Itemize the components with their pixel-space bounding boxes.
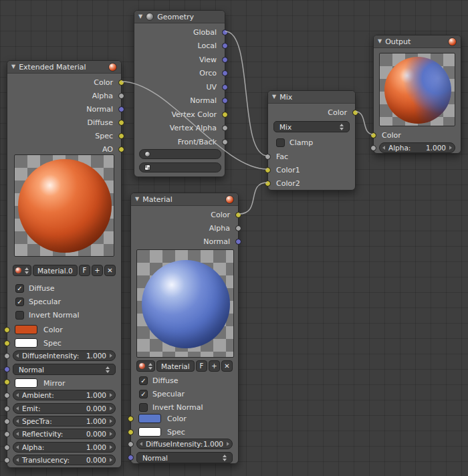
geometry-header[interactable]: ▼ Geometry [134, 11, 225, 23]
socket-output-alpha[interactable] [235, 225, 241, 231]
collapse-icon[interactable]: ▼ [11, 64, 15, 70]
output-alpha-slider[interactable]: Alpha: 1.000 [379, 142, 455, 153]
fake-user-button[interactable]: F [79, 265, 90, 276]
material-name-field[interactable]: Material.0... [156, 360, 195, 372]
material-preview [14, 154, 114, 257]
socket-output-normal[interactable] [235, 239, 241, 245]
collapse-icon[interactable]: ▼ [135, 197, 139, 202]
socket-output-view[interactable] [222, 57, 228, 63]
specular-checkbox[interactable]: ✓ [139, 390, 148, 398]
socket-output-vertex-color[interactable] [222, 112, 228, 118]
socket-output-front-back[interactable] [222, 139, 228, 145]
diffuse-checkbox[interactable]: ✓ [139, 376, 148, 385]
clamp-checkbox[interactable] [276, 138, 285, 147]
color-swatch[interactable] [15, 325, 37, 334]
socket-input-alpha[interactable] [4, 445, 10, 451]
socket-input-ambient[interactable] [4, 392, 10, 398]
material-name-field[interactable]: Material.002 [33, 265, 78, 276]
output-row-alpha: Alpha [131, 221, 238, 235]
reflectivity-slider[interactable]: Reflectivity: 0.000 [13, 429, 116, 439]
node-material[interactable]: ▼ Material Color Alpha Normal Material.0… [130, 193, 239, 464]
browse-material-button[interactable] [136, 360, 155, 372]
node-geometry[interactable]: ▼ Geometry Global Local View Orco UV Nor… [134, 10, 225, 177]
spec-swatch[interactable] [15, 338, 37, 348]
blend-mode-menu[interactable]: Mix [273, 121, 350, 132]
socket-input-diffuse-intensity[interactable] [128, 441, 134, 447]
dropdown-label: Mix [279, 123, 291, 131]
socket-output-global[interactable] [222, 29, 228, 35]
socket-input-mirror[interactable] [4, 379, 10, 385]
socket-input-spectra[interactable] [4, 419, 10, 425]
collapse-icon[interactable]: ▼ [138, 14, 142, 19]
extended-material-header[interactable]: ▼ Extended Material [7, 61, 121, 74]
socket-input-color[interactable] [4, 327, 10, 333]
wire-geometry-global-to-mix-fac[interactable] [225, 31, 267, 156]
vertex-color-field[interactable] [139, 162, 221, 172]
socket-output-local[interactable] [222, 43, 228, 49]
collapse-icon[interactable]: ▼ [272, 94, 276, 100]
socket-input-fac[interactable] [265, 154, 271, 160]
browse-material-button[interactable] [13, 265, 31, 276]
material-header[interactable]: ▼ Material [131, 193, 238, 206]
output-header[interactable]: ▼ Output [374, 35, 461, 48]
socket-output-normal[interactable] [222, 98, 228, 104]
fake-user-button[interactable]: F [196, 360, 207, 372]
socket-output-diffuse[interactable] [118, 120, 124, 126]
alpha-slider[interactable]: Alpha: 1.000 [13, 442, 116, 453]
socket-input-color1[interactable] [265, 167, 271, 173]
emit-slider[interactable]: Emit: 0.000 [13, 403, 116, 414]
socket-output-normal[interactable] [118, 106, 124, 112]
spectra-slider[interactable]: SpecTra: 1.000 [13, 416, 116, 427]
socket-input-spec[interactable] [128, 429, 134, 435]
socket-input-color[interactable] [128, 416, 134, 422]
normal-space-menu[interactable]: Normal [136, 452, 233, 463]
wire-material-color-to-mix-color2[interactable] [239, 183, 267, 214]
add-material-button[interactable]: + [92, 265, 103, 276]
node-extended-material[interactable]: ▼ Extended Material Color Alpha Normal D… [7, 60, 122, 468]
ambient-slider[interactable]: Ambient: 1.000 [13, 390, 116, 400]
socket-output-uv[interactable] [222, 84, 228, 90]
diffuse-intensity-slider[interactable]: DiffuseIntensity: 1.000 [13, 350, 116, 361]
invert-normal-checkbox[interactable] [139, 403, 148, 412]
socket-input-spec[interactable] [4, 340, 10, 346]
specular-checkbox[interactable]: ✓ [15, 298, 24, 306]
output-label: Diffuse [7, 118, 121, 127]
socket-input-normal[interactable] [128, 455, 134, 461]
diffuse-checkbox[interactable]: ✓ [15, 284, 24, 293]
normal-space-menu[interactable]: Normal [13, 364, 116, 375]
node-editor-canvas[interactable]: ▼ Extended Material Color Alpha Normal D… [0, 0, 468, 476]
socket-output-ao[interactable] [118, 146, 124, 152]
spec-swatch[interactable] [138, 427, 161, 437]
socket-output-color[interactable] [352, 110, 358, 116]
socket-output-orco[interactable] [222, 70, 228, 76]
socket-input-emit[interactable] [4, 406, 10, 412]
color-swatch[interactable] [138, 414, 161, 423]
unlink-material-button[interactable]: ✕ [104, 265, 116, 276]
add-material-button[interactable]: + [209, 360, 220, 372]
mirror-swatch[interactable] [15, 378, 37, 388]
socket-output-color[interactable] [118, 80, 124, 86]
diffuse-intensity-slider[interactable]: DiffuseIntensity: 1.000 [136, 439, 233, 449]
wire-mix-color-to-output-color[interactable] [356, 112, 373, 134]
mix-header[interactable]: ▼ Mix [268, 91, 355, 104]
socket-output-alpha[interactable] [118, 93, 124, 99]
dropdown-arrows-icon [340, 124, 344, 130]
socket-input-normal[interactable] [4, 366, 10, 372]
socket-input-color2[interactable] [265, 181, 271, 187]
socket-input-alpha[interactable] [370, 145, 376, 151]
collapse-icon[interactable]: ▼ [378, 39, 382, 44]
uv-layer-field[interactable] [139, 149, 221, 159]
socket-input-reflectivity[interactable] [4, 431, 10, 437]
socket-output-vertex-alpha[interactable] [222, 125, 228, 131]
socket-input-color[interactable] [370, 132, 376, 138]
translucency-slider[interactable]: Translucency: 0.000 [13, 455, 116, 465]
socket-output-color[interactable] [235, 212, 241, 218]
node-mix[interactable]: ▼ Mix Color Mix Clamp Fac Color1 Color2 [267, 90, 356, 191]
unlink-material-button[interactable]: ✕ [221, 360, 233, 372]
invert-normal-checkbox[interactable] [15, 311, 24, 320]
socket-input-diffuse-intensity[interactable] [4, 353, 10, 359]
output-label: Front/Back [134, 138, 225, 146]
socket-input-translucency[interactable] [4, 457, 10, 463]
node-output[interactable]: ▼ Output Color Alpha: 1.000 [373, 35, 461, 154]
socket-output-spec[interactable] [118, 133, 124, 139]
